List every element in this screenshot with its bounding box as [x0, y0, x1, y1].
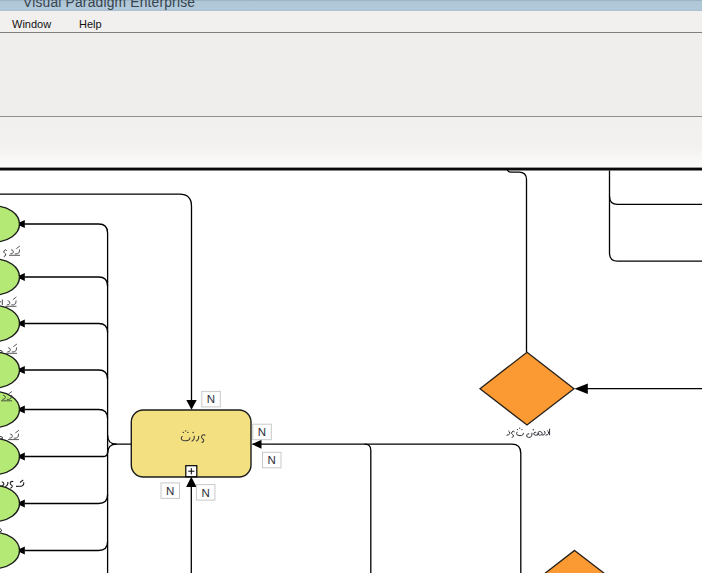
svg-text:N: N	[258, 426, 266, 438]
svg-text:N: N	[201, 487, 209, 499]
svg-text:N: N	[166, 485, 174, 497]
svg-text:N: N	[207, 393, 215, 405]
svg-text:N: N	[268, 454, 276, 466]
